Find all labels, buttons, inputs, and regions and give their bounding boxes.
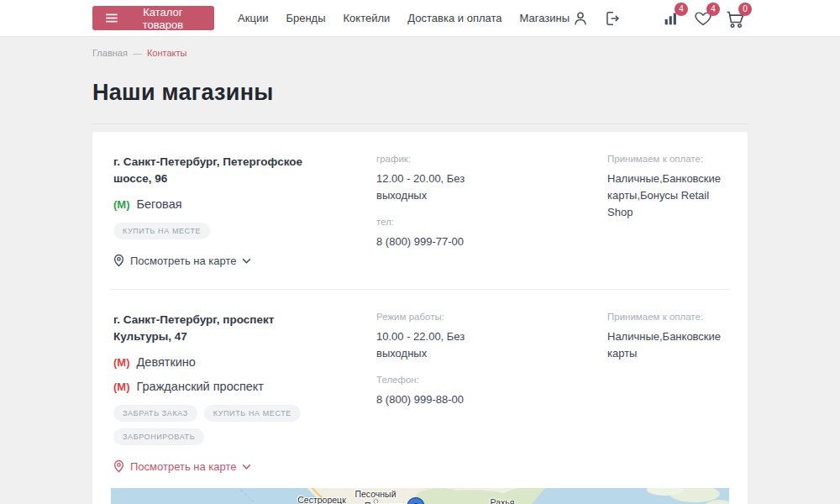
store-main-col: г. Санкт-Петербург, Петергофское шоссе, … [113, 154, 376, 270]
breadcrumb: Главная—Контакты [92, 48, 840, 58]
location-pin-icon [113, 459, 124, 473]
store-hours-col: график: 12.00 - 20.00, Без выходных тел:… [376, 154, 607, 250]
store-payment-col: Принимаем к оплате: Наличные,Банковские … [607, 154, 730, 221]
store-payment-col: Принимаем к оплате: Наличные,Банковские … [607, 312, 730, 362]
show-on-map-label: Посмотреть на карте [130, 460, 236, 473]
logout-icon[interactable] [601, 8, 623, 29]
metro-station-name: Беговая [137, 197, 182, 211]
map-label-pesochny: Песочный [354, 489, 396, 499]
metro-row: (М) Гражданский проспект [113, 380, 376, 393]
catalog-button[interactable]: Каталог товаров [92, 6, 214, 30]
title-divider [92, 123, 748, 124]
schedule-value: 12.00 - 20.00, Без выходных [376, 171, 484, 204]
page: Каталог товаров Акции Бренды Коктейли До… [0, 0, 840, 504]
catalog-button-label: Каталог товаров [125, 6, 201, 31]
nav-item-delivery[interactable]: Доставка и оплата [407, 12, 501, 24]
breadcrumb-home[interactable]: Главная [92, 48, 128, 58]
payment-value: Наличные,Банковские карты [607, 328, 730, 362]
show-on-map-link[interactable]: Посмотреть на карте [113, 254, 251, 267]
nav-item-brands[interactable]: Бренды [286, 12, 325, 24]
schedule-label: Режим работы: [376, 312, 607, 322]
map-label-rakhya: Рахья [491, 497, 515, 504]
tag-pickup: ЗАБРАТЬ ЗАКАЗ [113, 405, 197, 422]
schedule-value: 10.00 - 22.00, Без выходных [376, 328, 484, 362]
wishlist-badge: 4 [706, 3, 720, 16]
nav-item-stores[interactable]: Магазины [520, 12, 570, 24]
metro-icon: (М) [113, 356, 130, 369]
breadcrumb-current[interactable]: Контакты [147, 48, 187, 58]
store-address: г. Санкт-Петербург, проспект Культуры, 4… [113, 312, 323, 344]
payment-value: Наличные,Банковские карты,Бонусы Retail … [607, 171, 730, 221]
chevron-down-icon [242, 464, 251, 470]
breadcrumb-separator: — [133, 48, 142, 58]
map-label-pargolovo: Парголово [365, 501, 408, 504]
header: Каталог товаров Акции Бренды Коктейли До… [0, 0, 840, 37]
phone-value: 8 (800) 999-88-00 [376, 391, 607, 408]
stores-card: г. Санкт-Петербург, Петергофское шоссе, … [92, 132, 748, 504]
hamburger-icon [106, 13, 118, 23]
map-label-sestroretsk: Сестрорецк [297, 495, 345, 504]
map-row: Сестрорецк Песочный Парголово Мурино Рах… [111, 488, 730, 504]
store-address: г. Санкт-Петербург, Петергофское шоссе, … [113, 154, 323, 186]
tag-reserve: ЗАБРОНИРОВАТЬ [113, 428, 204, 445]
metro-icon: (М) [113, 198, 130, 211]
cart-icon[interactable]: 0 [724, 8, 746, 29]
location-pin-icon [113, 254, 124, 267]
chevron-down-icon [242, 258, 251, 264]
store-entry-begovaya: г. Санкт-Петербург, Петергофское шоссе, … [92, 132, 748, 289]
store-entry-kultury: г. Санкт-Петербург, проспект Культуры, 4… [92, 290, 748, 504]
main-nav: Акции Бренды Коктейли Доставка и оплата … [238, 12, 570, 24]
nav-item-cocktails[interactable]: Коктейли [344, 12, 391, 24]
metro-row: (М) Девяткино [113, 355, 376, 369]
header-icons: 4 4 0 [570, 8, 746, 29]
phone-value: 8 (800) 999-77-00 [376, 234, 607, 250]
payment-label: Принимаем к оплате: [607, 154, 730, 164]
page-title: Наши магазины [92, 80, 840, 106]
tag-buy-onsite: КУПИТЬ НА МЕСТЕ [113, 223, 210, 239]
metro-station-name: Гражданский проспект [137, 380, 265, 393]
tag-buy-onsite: КУПИТЬ НА МЕСТЕ [204, 405, 301, 422]
store-hours-col: Режим работы: 10.00 - 22.00, Без выходны… [376, 312, 607, 408]
store-map[interactable]: Сестрорецк Песочный Парголово Мурино Рах… [111, 488, 729, 504]
metro-station-name: Девяткино [137, 355, 196, 369]
cart-badge: 0 [738, 3, 752, 16]
store-main-col: г. Санкт-Петербург, проспект Культуры, 4… [113, 312, 376, 476]
metro-icon: (М) [113, 381, 130, 393]
nav-item-promos[interactable]: Акции [238, 12, 268, 24]
store-tags: ЗАБРАТЬ ЗАКАЗ КУПИТЬ НА МЕСТЕ ЗАБРОНИРОВ… [113, 405, 328, 445]
metro-row: (М) Беговая [113, 197, 376, 211]
phone-label: Телефон: [376, 375, 607, 385]
payment-label: Принимаем к оплате: [607, 312, 730, 322]
phone-label: тел: [376, 217, 607, 227]
store-tags: КУПИТЬ НА МЕСТЕ [113, 223, 328, 239]
stats-icon[interactable]: 4 [660, 8, 682, 29]
store-map-pin[interactable] [406, 497, 426, 504]
show-on-map-label: Посмотреть на карте [130, 255, 236, 267]
schedule-label: график: [376, 154, 607, 164]
stats-badge: 4 [675, 3, 688, 16]
wishlist-heart-icon[interactable]: 4 [692, 8, 714, 29]
show-on-map-link[interactable]: Посмотреть на карте [113, 459, 251, 473]
user-icon[interactable] [570, 8, 591, 29]
